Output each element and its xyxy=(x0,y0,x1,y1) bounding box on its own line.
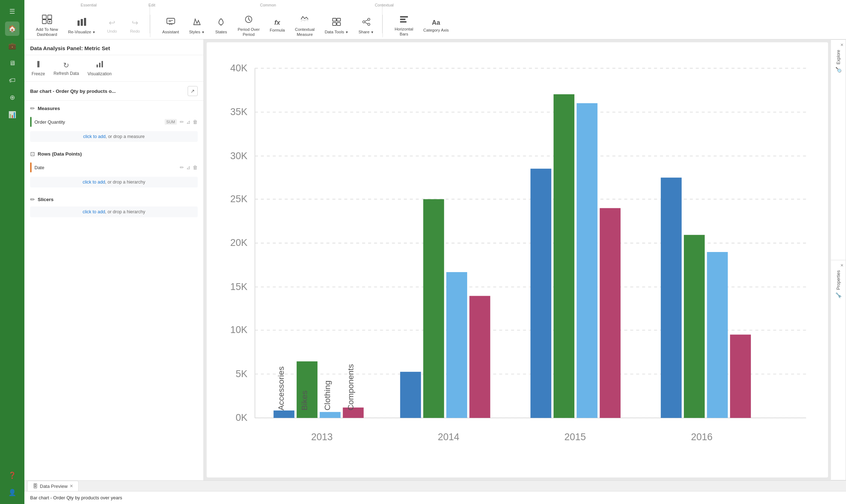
share-icon xyxy=(362,18,371,28)
sidebar-tag-icon[interactable]: 🏷 xyxy=(5,73,19,87)
essential-label: Essential xyxy=(81,3,97,7)
add-slicer-text: , or drop a hierarchy xyxy=(105,209,145,214)
data-preview-tab[interactable]: 🗄 Data Preview ✕ xyxy=(27,481,79,491)
svg-rect-1 xyxy=(48,15,52,19)
sidebar-briefcase-icon[interactable]: 💼 xyxy=(5,39,19,53)
explore-panel[interactable]: ✕ 🔍 Explore xyxy=(831,39,846,260)
bar-2015-bikes xyxy=(554,94,574,418)
contextual-measure-icon xyxy=(300,15,309,26)
refresh-data-button[interactable]: ↻ Refresh Data xyxy=(53,61,79,76)
bar-2014-clothing xyxy=(446,272,467,418)
toolbar: Essential Add To NewDashboard xyxy=(24,0,846,39)
share-button[interactable]: Share ▼ xyxy=(354,15,378,38)
svg-rect-26 xyxy=(37,61,38,67)
redo-button[interactable]: ↪ Redo xyxy=(124,15,146,37)
measure-color-bar xyxy=(30,117,32,127)
visualization-button[interactable]: Visualization xyxy=(88,60,112,76)
measures-title: Measures xyxy=(38,106,60,111)
sidebar-help-icon[interactable]: ❓ xyxy=(5,468,19,482)
period-over-period-label: Period OverPeriod xyxy=(238,27,259,37)
explore-label: Explore xyxy=(836,50,841,65)
re-visualize-label: Re-Visualize ▼ xyxy=(68,30,95,35)
refresh-data-label: Refresh Data xyxy=(53,71,79,76)
properties-close-icon[interactable]: ✕ xyxy=(840,263,843,268)
svg-rect-14 xyxy=(333,18,336,21)
svg-point-18 xyxy=(368,18,370,20)
svg-rect-29 xyxy=(99,63,100,67)
sidebar-home-icon[interactable]: 🏠 xyxy=(5,22,19,36)
measure-actions: ✏ ⊿ 🗑 xyxy=(180,119,198,125)
freeze-button[interactable]: Freeze xyxy=(32,60,45,76)
add-hierarchy-button[interactable]: click to add, or drop a hierarchy xyxy=(30,177,198,187)
toolbar-section-common: Common Assistant S xyxy=(154,0,382,39)
svg-rect-24 xyxy=(400,19,405,20)
explore-close-icon[interactable]: ✕ xyxy=(840,43,843,47)
measure-delete-icon[interactable]: 🗑 xyxy=(193,119,198,125)
re-visualize-button[interactable]: Re-Visualize ▼ xyxy=(64,15,100,38)
add-slicer-button[interactable]: click to add, or drop a hierarchy xyxy=(30,206,198,217)
svg-rect-6 xyxy=(77,20,80,26)
freeze-icon xyxy=(34,60,42,70)
slicers-icon: ✏ xyxy=(30,196,35,203)
redo-label: Redo xyxy=(130,29,140,34)
svg-text:Components: Components xyxy=(346,364,355,410)
svg-text:2014: 2014 xyxy=(438,432,459,442)
properties-panel[interactable]: ✕ 🔧 Properties xyxy=(831,260,846,481)
contextual-measure-label: ContextualMeasure xyxy=(295,27,315,37)
contextual-measure-button[interactable]: ContextualMeasure xyxy=(291,12,319,40)
measure-filter-icon[interactable]: ⊿ xyxy=(186,119,191,125)
svg-rect-0 xyxy=(42,15,46,19)
assistant-button[interactable]: Assistant xyxy=(158,15,183,38)
slicers-header: ✏ Slicers xyxy=(24,192,203,205)
undo-icon: ↩ xyxy=(109,18,115,28)
period-over-period-button[interactable]: Period OverPeriod xyxy=(233,12,264,40)
svg-rect-23 xyxy=(400,16,408,18)
rows-filter-icon[interactable]: ⊿ xyxy=(186,165,191,170)
formula-button[interactable]: fx Formula xyxy=(265,16,289,36)
assistant-label: Assistant xyxy=(162,30,179,35)
rows-date-item: Date ✏ ⊿ 🗑 xyxy=(24,160,203,175)
svg-point-19 xyxy=(363,21,365,23)
panel-title: Data Analysis Panel: Metric Set xyxy=(24,39,203,55)
svg-text:Clothing: Clothing xyxy=(323,380,332,410)
svg-rect-16 xyxy=(333,23,336,25)
sidebar-menu-icon[interactable]: ☰ xyxy=(5,4,19,19)
undo-button[interactable]: ↩ Undo xyxy=(101,15,123,37)
styles-button[interactable]: Styles ▼ xyxy=(185,15,209,38)
horizontal-bars-button[interactable]: HorizontalBars xyxy=(390,13,418,40)
states-icon xyxy=(216,18,226,28)
rows-header: ⊡ Rows (Data Points) xyxy=(24,146,203,160)
rows-edit-icon[interactable]: ✏ xyxy=(180,165,184,170)
category-axis-button[interactable]: Aa Category Axis xyxy=(419,16,453,36)
rows-delete-icon[interactable]: 🗑 xyxy=(193,165,198,170)
chart-info-title: Bar chart - Order Qty by products o... xyxy=(30,89,185,94)
chart-area: .axis-label { font-size: 13px; fill: #88… xyxy=(207,42,828,477)
horizontal-bars-icon xyxy=(399,15,409,25)
assistant-icon xyxy=(166,18,175,28)
explore-icon: 🔍 xyxy=(836,67,841,73)
add-measure-button[interactable]: click to add, or drop a measure xyxy=(30,131,198,142)
slicers-title: Slicers xyxy=(38,197,53,202)
bar-2014-components xyxy=(469,296,490,418)
external-link-button[interactable]: ↗ xyxy=(188,86,198,96)
bottom-chart-title: Bar chart - Order Qty by products over y… xyxy=(30,495,122,500)
sidebar-chart-icon[interactable]: 📊 xyxy=(5,108,19,122)
add-dashboard-button[interactable]: Add To NewDashboard xyxy=(32,12,62,40)
data-tools-button[interactable]: Data Tools ▼ xyxy=(320,15,353,38)
freeze-label: Freeze xyxy=(32,71,45,76)
svg-text:25K: 25K xyxy=(230,194,248,204)
svg-rect-15 xyxy=(337,18,340,21)
states-button[interactable]: States xyxy=(210,15,232,38)
data-preview-close[interactable]: ✕ xyxy=(70,484,73,489)
svg-text:2015: 2015 xyxy=(564,432,586,442)
sidebar-user-icon[interactable]: 👤 xyxy=(5,485,19,500)
click-to-add-measure: click to add xyxy=(83,134,106,139)
main-area: Essential Add To NewDashboard xyxy=(24,0,846,504)
toolbar-section-contextual: HorizontalBars Aa Category Axis xyxy=(386,0,457,39)
sidebar-display-icon[interactable]: 🖥 xyxy=(5,56,19,70)
bar-2015-components xyxy=(600,208,621,418)
svg-text:2016: 2016 xyxy=(691,432,713,442)
measure-edit-icon[interactable]: ✏ xyxy=(180,119,184,125)
svg-text:30K: 30K xyxy=(230,151,248,161)
sidebar-layers-icon[interactable]: ⊕ xyxy=(5,90,19,105)
